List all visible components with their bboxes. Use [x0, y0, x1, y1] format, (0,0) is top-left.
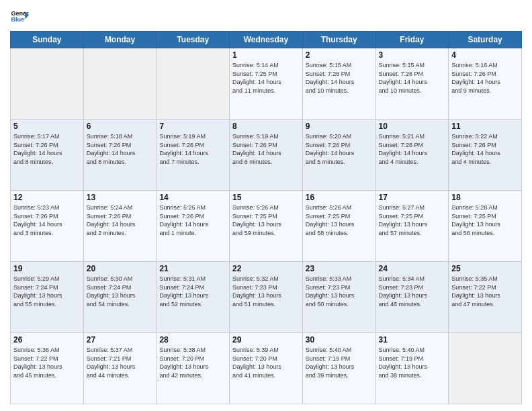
day-number: 9: [306, 122, 373, 131]
calendar-cell: 9Sunrise: 5:20 AM Sunset: 7:26 PM Daylig…: [302, 120, 375, 191]
day-number: 12: [13, 193, 81, 202]
day-number: 2: [306, 50, 373, 60]
calendar-cell: [11, 48, 84, 120]
calendar-cell: 21Sunrise: 5:31 AM Sunset: 7:24 PM Dayli…: [157, 262, 230, 333]
day-number: 23: [306, 264, 373, 273]
calendar-cell: 23Sunrise: 5:33 AM Sunset: 7:23 PM Dayli…: [302, 262, 375, 333]
cell-info: Sunrise: 5:18 AM Sunset: 7:26 PM Dayligh…: [87, 132, 154, 166]
cell-info: Sunrise: 5:25 AM Sunset: 7:26 PM Dayligh…: [159, 203, 226, 237]
cell-info: Sunrise: 5:35 AM Sunset: 7:22 PM Dayligh…: [451, 275, 519, 308]
day-number: 8: [232, 122, 300, 131]
weekday-header-saturday: Saturday: [449, 32, 522, 48]
calendar-cell: 30Sunrise: 5:40 AM Sunset: 7:19 PM Dayli…: [302, 333, 375, 404]
day-number: 6: [87, 122, 154, 131]
cell-info: Sunrise: 5:16 AM Sunset: 7:26 PM Dayligh…: [451, 61, 519, 95]
calendar-cell: 1Sunrise: 5:14 AM Sunset: 7:25 PM Daylig…: [230, 48, 303, 120]
day-number: 20: [87, 264, 154, 273]
day-number: 30: [306, 335, 373, 345]
day-number: 25: [451, 264, 519, 273]
calendar-table: SundayMondayTuesdayWednesdayThursdayFrid…: [10, 31, 522, 404]
cell-info: Sunrise: 5:40 AM Sunset: 7:19 PM Dayligh…: [379, 346, 446, 379]
cell-info: Sunrise: 5:38 AM Sunset: 7:20 PM Dayligh…: [159, 346, 226, 379]
calendar-cell: 20Sunrise: 5:30 AM Sunset: 7:24 PM Dayli…: [83, 262, 157, 333]
day-number: 3: [379, 50, 446, 60]
cell-info: Sunrise: 5:20 AM Sunset: 7:26 PM Dayligh…: [306, 132, 373, 166]
calendar-cell: 6Sunrise: 5:18 AM Sunset: 7:26 PM Daylig…: [83, 120, 157, 191]
weekday-header-wednesday: Wednesday: [230, 32, 303, 48]
day-number: 24: [379, 264, 446, 273]
day-number: 19: [13, 264, 81, 273]
cell-info: Sunrise: 5:31 AM Sunset: 7:24 PM Dayligh…: [159, 275, 226, 308]
cell-info: Sunrise: 5:28 AM Sunset: 7:25 PM Dayligh…: [451, 203, 519, 237]
day-number: 11: [451, 122, 519, 131]
cell-info: Sunrise: 5:23 AM Sunset: 7:26 PM Dayligh…: [13, 203, 81, 237]
calendar-week-1: 1Sunrise: 5:14 AM Sunset: 7:25 PM Daylig…: [11, 48, 522, 120]
cell-info: Sunrise: 5:15 AM Sunset: 7:26 PM Dayligh…: [379, 61, 446, 95]
cell-info: Sunrise: 5:30 AM Sunset: 7:24 PM Dayligh…: [87, 275, 154, 308]
day-number: 4: [451, 50, 519, 60]
calendar-cell: [157, 48, 230, 120]
calendar-cell: 10Sunrise: 5:21 AM Sunset: 7:26 PM Dayli…: [375, 120, 449, 191]
weekday-header-monday: Monday: [83, 32, 157, 48]
calendar-cell: 2Sunrise: 5:15 AM Sunset: 7:26 PM Daylig…: [302, 48, 375, 120]
cell-info: Sunrise: 5:27 AM Sunset: 7:25 PM Dayligh…: [379, 203, 446, 237]
cell-info: Sunrise: 5:34 AM Sunset: 7:23 PM Dayligh…: [379, 275, 446, 308]
calendar-cell: 25Sunrise: 5:35 AM Sunset: 7:22 PM Dayli…: [449, 262, 522, 333]
cell-info: Sunrise: 5:40 AM Sunset: 7:19 PM Dayligh…: [306, 346, 373, 379]
calendar-cell: 4Sunrise: 5:16 AM Sunset: 7:26 PM Daylig…: [449, 48, 522, 120]
day-number: 16: [306, 193, 373, 202]
calendar-cell: 7Sunrise: 5:19 AM Sunset: 7:26 PM Daylig…: [157, 120, 230, 191]
logo: General Blue: [10, 7, 29, 26]
calendar-week-3: 12Sunrise: 5:23 AM Sunset: 7:26 PM Dayli…: [11, 191, 522, 262]
cell-info: Sunrise: 5:21 AM Sunset: 7:26 PM Dayligh…: [379, 132, 446, 166]
day-number: 5: [13, 122, 81, 131]
calendar-cell: 27Sunrise: 5:37 AM Sunset: 7:21 PM Dayli…: [83, 333, 157, 404]
svg-text:Blue: Blue: [11, 16, 24, 23]
calendar-cell: [83, 48, 157, 120]
calendar-week-2: 5Sunrise: 5:17 AM Sunset: 7:26 PM Daylig…: [11, 120, 522, 191]
calendar-cell: 13Sunrise: 5:24 AM Sunset: 7:26 PM Dayli…: [83, 191, 157, 262]
day-number: 21: [159, 264, 226, 273]
calendar-cell: 26Sunrise: 5:36 AM Sunset: 7:22 PM Dayli…: [11, 333, 84, 404]
day-number: 17: [379, 193, 446, 202]
calendar-week-5: 26Sunrise: 5:36 AM Sunset: 7:22 PM Dayli…: [11, 333, 522, 404]
day-number: 18: [451, 193, 519, 202]
calendar-cell: [449, 333, 522, 404]
calendar-cell: 16Sunrise: 5:26 AM Sunset: 7:25 PM Dayli…: [302, 191, 375, 262]
calendar-cell: 15Sunrise: 5:26 AM Sunset: 7:25 PM Dayli…: [230, 191, 303, 262]
cell-info: Sunrise: 5:29 AM Sunset: 7:24 PM Dayligh…: [13, 275, 81, 308]
day-number: 7: [159, 122, 226, 131]
cell-info: Sunrise: 5:22 AM Sunset: 7:26 PM Dayligh…: [451, 132, 519, 166]
calendar-cell: 29Sunrise: 5:39 AM Sunset: 7:20 PM Dayli…: [230, 333, 303, 404]
weekday-header-row: SundayMondayTuesdayWednesdayThursdayFrid…: [11, 32, 522, 48]
calendar-cell: 5Sunrise: 5:17 AM Sunset: 7:26 PM Daylig…: [11, 120, 84, 191]
day-number: 26: [13, 335, 81, 345]
calendar-cell: 28Sunrise: 5:38 AM Sunset: 7:20 PM Dayli…: [157, 333, 230, 404]
cell-info: Sunrise: 5:24 AM Sunset: 7:26 PM Dayligh…: [87, 203, 154, 237]
calendar-cell: 17Sunrise: 5:27 AM Sunset: 7:25 PM Dayli…: [375, 191, 449, 262]
calendar-cell: 14Sunrise: 5:25 AM Sunset: 7:26 PM Dayli…: [157, 191, 230, 262]
calendar-cell: 22Sunrise: 5:32 AM Sunset: 7:23 PM Dayli…: [230, 262, 303, 333]
cell-info: Sunrise: 5:19 AM Sunset: 7:26 PM Dayligh…: [159, 132, 226, 166]
day-number: 22: [232, 264, 300, 273]
day-number: 1: [232, 50, 300, 60]
cell-info: Sunrise: 5:39 AM Sunset: 7:20 PM Dayligh…: [232, 346, 300, 379]
day-number: 27: [87, 335, 154, 345]
cell-info: Sunrise: 5:14 AM Sunset: 7:25 PM Dayligh…: [232, 61, 300, 95]
calendar-cell: 19Sunrise: 5:29 AM Sunset: 7:24 PM Dayli…: [11, 262, 84, 333]
page: General Blue SundayMondayTuesdayWednesda…: [0, 0, 532, 411]
cell-info: Sunrise: 5:32 AM Sunset: 7:23 PM Dayligh…: [232, 275, 300, 308]
weekday-header-thursday: Thursday: [302, 32, 375, 48]
cell-info: Sunrise: 5:26 AM Sunset: 7:25 PM Dayligh…: [232, 203, 300, 237]
weekday-header-sunday: Sunday: [11, 32, 84, 48]
cell-info: Sunrise: 5:36 AM Sunset: 7:22 PM Dayligh…: [13, 346, 81, 379]
day-number: 10: [379, 122, 446, 131]
weekday-header-tuesday: Tuesday: [157, 32, 230, 48]
calendar-cell: 8Sunrise: 5:19 AM Sunset: 7:26 PM Daylig…: [230, 120, 303, 191]
cell-info: Sunrise: 5:37 AM Sunset: 7:21 PM Dayligh…: [87, 346, 154, 379]
cell-info: Sunrise: 5:26 AM Sunset: 7:25 PM Dayligh…: [306, 203, 373, 237]
cell-info: Sunrise: 5:17 AM Sunset: 7:26 PM Dayligh…: [13, 132, 81, 166]
day-number: 29: [232, 335, 300, 345]
calendar-cell: 12Sunrise: 5:23 AM Sunset: 7:26 PM Dayli…: [11, 191, 84, 262]
header: General Blue: [10, 7, 522, 26]
